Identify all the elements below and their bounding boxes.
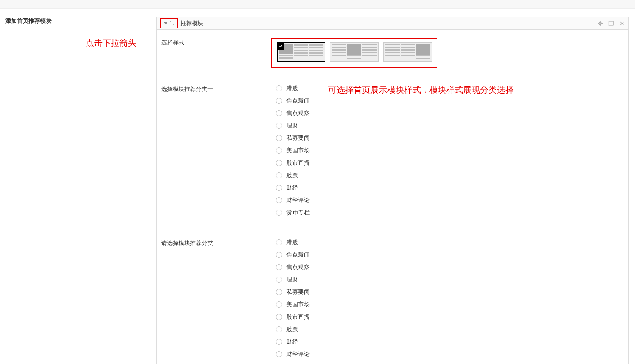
radio-icon: [276, 326, 282, 332]
top-bar: [0, 0, 635, 9]
radio-item[interactable]: 港股: [276, 238, 623, 246]
radio-item[interactable]: 私募要闻: [276, 288, 623, 296]
page-title: 添加首页推荐模块: [4, 17, 153, 25]
right-column: 1. 推荐模块 ✥ ❐ ✕ 选择样式 ✔: [156, 17, 635, 364]
annotation-styles-hint: 可选择首页展示模块样式，模块样式展现分类选择: [328, 84, 514, 96]
radio-item[interactable]: 焦点新闻: [276, 251, 623, 259]
radio-icon: [276, 135, 282, 141]
panel-actions: ✥ ❐ ✕: [598, 20, 625, 27]
radio-item[interactable]: 美国市场: [276, 146, 623, 154]
radio-icon: [276, 351, 282, 357]
radio-label: 私募要闻: [286, 134, 310, 142]
radio-icon: [276, 301, 282, 308]
check-icon: ✔: [277, 43, 284, 50]
radio-icon: [276, 98, 282, 104]
move-icon[interactable]: ✥: [598, 20, 603, 27]
radio-item[interactable]: 理财: [276, 122, 623, 130]
radio-icon: [276, 197, 282, 203]
radio-label: 私募要闻: [286, 288, 310, 296]
radio-item[interactable]: 财经评论: [276, 350, 623, 358]
radio-label: 股市直播: [286, 313, 310, 321]
panel-title: 推荐模块: [180, 20, 203, 28]
style-section: 选择样式 ✔: [157, 30, 628, 76]
radio-icon: [276, 110, 282, 116]
style-option-1[interactable]: ✔: [277, 42, 325, 62]
category2-label: 请选择模块推荐分类二: [161, 238, 276, 364]
radio-item[interactable]: 私募要闻: [276, 134, 623, 142]
radio-icon: [276, 239, 282, 245]
collapse-toggle[interactable]: 1.: [160, 18, 178, 28]
radio-icon: [276, 160, 282, 166]
radio-label: 港股: [286, 84, 298, 92]
radio-label: 理财: [286, 122, 298, 130]
radio-label: 美国市场: [286, 146, 310, 154]
radio-icon: [276, 85, 282, 91]
radio-label: 财经: [286, 184, 298, 192]
radio-item[interactable]: 美国市场: [276, 301, 623, 309]
radio-icon: [276, 123, 282, 129]
radio-item[interactable]: 焦点观察: [276, 109, 623, 117]
annotation-dropdown-hint: 点击下拉箭头: [86, 37, 153, 49]
radio-icon: [276, 185, 282, 191]
category1-body: 可选择首页展示模块样式，模块样式展现分类选择 港股 焦点新闻 焦点观察 理财 私…: [276, 84, 624, 222]
category1-label: 选择模块推荐分类一: [161, 84, 276, 222]
radio-label: 理财: [286, 276, 298, 284]
radio-label: 美国市场: [286, 301, 310, 309]
category2-body: 港股 焦点新闻 焦点观察 理财 私募要闻 美国市场 股市直播 股票 财经 财经评…: [276, 238, 624, 364]
radio-label: 焦点观察: [286, 263, 310, 271]
close-icon[interactable]: ✕: [619, 20, 625, 27]
category2-section: 请选择模块推荐分类二 港股 焦点新闻 焦点观察 理财 私募要闻 美国市场 股市直…: [157, 230, 628, 364]
style-section-label: 选择样式: [161, 38, 276, 68]
module-panel: 1. 推荐模块 ✥ ❐ ✕ 选择样式 ✔: [156, 17, 629, 364]
radio-item[interactable]: 货币专栏: [276, 209, 623, 217]
radio-label: 股市直播: [286, 159, 310, 167]
radio-item[interactable]: 股市直播: [276, 313, 623, 321]
category1-list[interactable]: 港股 焦点新闻 焦点观察 理财 私募要闻 美国市场 股市直播 股票 财经 财经评…: [276, 84, 623, 222]
radio-label: 焦点新闻: [286, 97, 310, 105]
radio-icon: [276, 339, 282, 345]
radio-icon: [276, 289, 282, 295]
radio-label: 货币专栏: [286, 209, 310, 217]
radio-icon: [276, 277, 282, 283]
category2-list[interactable]: 港股 焦点新闻 焦点观察 理财 私募要闻 美国市场 股市直播 股票 财经 财经评…: [276, 238, 623, 364]
panel-number: 1.: [169, 20, 174, 27]
radio-item[interactable]: 财经: [276, 184, 623, 192]
radio-label: 银行理财: [286, 221, 310, 222]
main-content: 添加首页推荐模块 点击下拉箭头 1. 推荐模块 ✥ ❐ ✕ 选择样式: [0, 9, 635, 364]
radio-item[interactable]: 理财: [276, 276, 623, 284]
radio-icon: [276, 264, 282, 270]
radio-item[interactable]: 股票: [276, 171, 623, 179]
style-option-2[interactable]: [330, 42, 379, 62]
style-section-body: ✔: [276, 38, 624, 68]
radio-item[interactable]: 财经: [276, 338, 623, 346]
radio-item[interactable]: 焦点观察: [276, 263, 623, 271]
radio-icon: [276, 252, 282, 258]
radio-label: 港股: [286, 238, 298, 246]
left-column: 添加首页推荐模块 点击下拉箭头: [0, 17, 156, 364]
radio-label: 财经评论: [286, 350, 310, 358]
panel-header: 1. 推荐模块 ✥ ❐ ✕: [157, 17, 628, 30]
radio-item[interactable]: 财经评论: [276, 196, 623, 204]
radio-label: 股票: [286, 171, 298, 179]
radio-label: 焦点新闻: [286, 251, 310, 259]
radio-icon: [276, 147, 282, 154]
radio-item[interactable]: 焦点新闻: [276, 97, 623, 105]
radio-icon: [276, 314, 282, 320]
copy-icon[interactable]: ❐: [608, 20, 614, 27]
chevron-down-icon: [164, 22, 167, 24]
radio-icon: [276, 172, 282, 178]
style-options-container: ✔: [271, 38, 437, 68]
radio-label: 焦点观察: [286, 109, 310, 117]
radio-item[interactable]: 银行理财: [276, 221, 623, 222]
category1-section: 选择模块推荐分类一 可选择首页展示模块样式，模块样式展现分类选择 港股 焦点新闻…: [157, 76, 628, 230]
radio-item[interactable]: 股票: [276, 325, 623, 333]
radio-label: 财经: [286, 338, 298, 346]
radio-icon: [276, 210, 282, 216]
radio-item[interactable]: 股市直播: [276, 159, 623, 167]
radio-label: 财经评论: [286, 196, 310, 204]
style-option-3[interactable]: [383, 42, 432, 62]
radio-label: 股票: [286, 325, 298, 333]
